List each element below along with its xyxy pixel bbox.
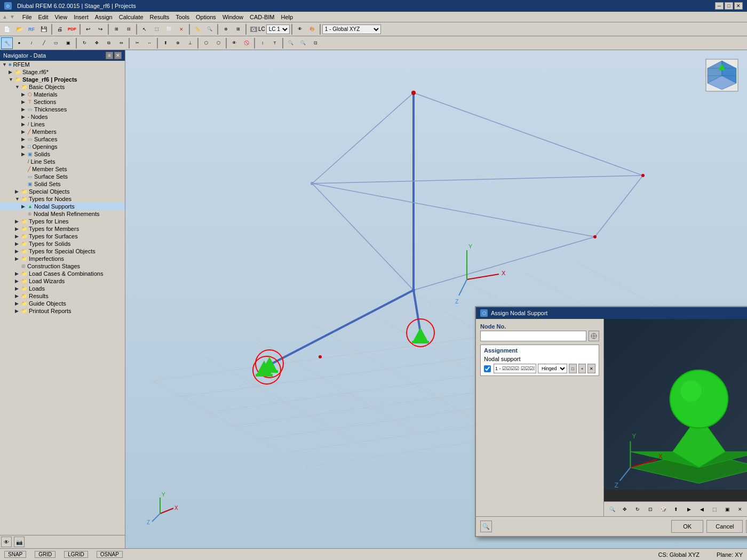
print-button[interactable]: 🖨 [54, 23, 66, 35]
nav-types-for-nodes[interactable]: ▼ 📁 Types for Nodes [0, 195, 125, 203]
restore-button[interactable]: □ [725, 2, 733, 10]
status-grid[interactable]: GRID [35, 551, 55, 558]
assign-delete-btn[interactable]: ✕ [587, 364, 595, 373]
nav-stage-rf6[interactable]: ▶ 📁 Stage.rf6* [0, 68, 125, 76]
menu-insert[interactable]: Insert [70, 13, 92, 21]
tb2-solid-btn[interactable]: ▣ [62, 37, 74, 49]
search-btn[interactable]: 🔍 [204, 23, 216, 35]
dialog-cancel-button[interactable]: Cancel [706, 520, 743, 533]
nav-openings[interactable]: ▶ □ Openings [0, 143, 125, 150]
nav-line-sets[interactable]: / Line Sets [0, 158, 125, 165]
tb2-hide-btn[interactable]: 🚫 [241, 37, 252, 49]
nav-construction-stages[interactable]: ⊞ Construction Stages [0, 262, 125, 270]
title-controls[interactable]: ─ □ ✕ [715, 2, 743, 10]
nav-cam-btn[interactable]: 📷 [14, 537, 25, 547]
prev-front-btn[interactable]: ▶ [683, 503, 695, 515]
tb2-intersect-btn[interactable]: ⊕ [172, 37, 184, 49]
view-split-btn[interactable]: ⊟ [123, 23, 134, 35]
select-all-btn[interactable]: ⬚ [151, 23, 163, 35]
display-btn[interactable]: 👁 [294, 23, 306, 35]
nav-lines[interactable]: ▶ / Lines [0, 121, 125, 128]
nav-loads[interactable]: ▶ 📁 Loads [0, 285, 125, 292]
tb2-dimension-btn[interactable]: ↕ [257, 37, 268, 49]
nav-basic-objects[interactable]: ▼ 📁 Basic Objects [0, 83, 125, 91]
tb2-surface-btn[interactable]: ▭ [50, 37, 62, 49]
prev-top-btn[interactable]: ⬆ [670, 503, 682, 515]
tb2-mirror-btn[interactable]: ⇔ [115, 37, 127, 49]
nav-guide-objects[interactable]: ▶ 📁 Guide Objects [0, 300, 125, 307]
tb2-split-btn[interactable]: ⊥ [184, 37, 196, 49]
menu-help[interactable]: Help [277, 13, 296, 21]
prev-pan-btn[interactable]: ✥ [619, 503, 631, 515]
open-button[interactable]: 📂 [13, 23, 25, 35]
tb2-member-btn[interactable]: ╱ [38, 37, 50, 49]
prev-rotate-btn[interactable]: ↻ [632, 503, 643, 515]
save-button[interactable]: 💾 [38, 23, 50, 35]
tb2-visibility-btn[interactable]: 👁 [228, 37, 240, 49]
tb2-assign-btn[interactable]: 🔧 [1, 37, 13, 49]
tb2-extend-btn[interactable]: ↔ [144, 37, 155, 49]
menu-file[interactable]: File [19, 13, 35, 21]
nav-sections[interactable]: ▶ ⊤ Sections [0, 98, 125, 106]
viewport[interactable]: X Y Z [125, 50, 747, 548]
redo-button[interactable]: ↪ [94, 23, 106, 35]
nav-solids[interactable]: ▶ ▣ Solids [0, 150, 125, 158]
node-no-input[interactable] [480, 331, 586, 341]
nodal-support-checkbox[interactable] [484, 365, 491, 372]
status-lgrid[interactable]: LGRID [64, 551, 88, 558]
menu-tools[interactable]: Tools [172, 13, 193, 21]
nav-imperfections[interactable]: ▶ 📁 Imperfections [0, 255, 125, 262]
nav-load-cases[interactable]: ▶ 📁 Load Cases & Combinations [0, 270, 125, 277]
nav-member-sets[interactable]: ╱ Member Sets [0, 165, 125, 173]
nav-materials[interactable]: ▶ ⬡ Materials [0, 91, 125, 98]
prev-fit-btn[interactable]: ⊡ [645, 503, 656, 515]
select-btn[interactable]: ↖ [139, 23, 150, 35]
nav-eye-btn[interactable]: 👁 [1, 537, 12, 547]
nav-thicknesses[interactable]: ▶ ▭ Thicknesses [0, 106, 125, 113]
nav-nodal-mesh[interactable]: ⊕ Nodal Mesh Refinements [0, 210, 125, 218]
prev-zoom-btn[interactable]: 🔍 [606, 503, 618, 515]
menu-view[interactable]: View [52, 13, 71, 21]
nav-menu-btn[interactable]: ≡ [106, 52, 113, 59]
new-button[interactable]: 📄 [1, 23, 13, 35]
nav-printout-reports[interactable]: ▶ 📁 Printout Reports [0, 307, 125, 315]
delete-btn[interactable]: ✕ [176, 23, 187, 35]
render-btn[interactable]: 🎨 [306, 23, 318, 35]
viewport-cube-icon[interactable] [703, 57, 741, 94]
nav-results[interactable]: ▶ 📁 Results [0, 292, 125, 300]
nav-types-for-lines[interactable]: ▶ 📁 Types for Lines [0, 218, 125, 225]
tb2-group-btn[interactable]: ⬡ [200, 37, 212, 49]
nav-types-for-solids[interactable]: ▶ 📁 Types for Solids [0, 240, 125, 247]
nav-nodes[interactable]: ▶ • Nodes [0, 113, 125, 121]
nav-surface-sets[interactable]: ▭ Surface Sets [0, 173, 125, 180]
tb2-node-btn[interactable]: ● [13, 37, 25, 49]
close-button[interactable]: ✕ [734, 2, 743, 10]
status-snap[interactable]: SNAP [4, 551, 26, 558]
tb2-rotate-btn[interactable]: ↻ [78, 37, 90, 49]
menu-options[interactable]: Options [193, 13, 219, 21]
dialog-search-btn[interactable]: 🔍 [480, 521, 492, 532]
rfem-button[interactable]: RF [26, 23, 37, 35]
prev-wire-btn[interactable]: ⬚ [709, 503, 720, 515]
nav-nodal-supports[interactable]: ▶ ▲ Nodal Supports [0, 203, 125, 210]
status-osnap[interactable]: OSNAP [97, 551, 123, 558]
snap-btn[interactable]: ⊕ [220, 23, 232, 35]
pdf-button[interactable]: PDF [66, 23, 78, 35]
tb2-copy-btn[interactable]: ⧉ [103, 37, 115, 49]
grid-btn[interactable]: ⊞ [232, 23, 244, 35]
lc-select[interactable]: LC 1 [266, 25, 290, 34]
minimize-button[interactable]: ─ [715, 2, 724, 10]
menu-results[interactable]: Results [147, 13, 173, 21]
tb2-fit-btn[interactable]: ⊡ [309, 37, 321, 49]
tb2-line-btn[interactable]: / [26, 37, 37, 49]
nav-types-special-objects[interactable]: ▶ 📁 Types for Special Objects [0, 247, 125, 255]
tb2-trim-btn[interactable]: ✂ [131, 37, 143, 49]
assign-new-btn[interactable]: + [578, 364, 586, 373]
nav-types-for-surfaces[interactable]: ▶ 📁 Types for Surfaces [0, 233, 125, 240]
nav-close-btn[interactable]: ✕ [114, 52, 122, 59]
menu-calculate[interactable]: Calculate [116, 13, 147, 21]
undo-button[interactable]: ↩ [82, 23, 94, 35]
nav-special-objects[interactable]: ▶ 📁 Special Objects [0, 188, 125, 195]
prev-render-btn[interactable]: ▣ [721, 503, 733, 515]
nav-members[interactable]: ▶ ╱ Members [0, 128, 125, 135]
